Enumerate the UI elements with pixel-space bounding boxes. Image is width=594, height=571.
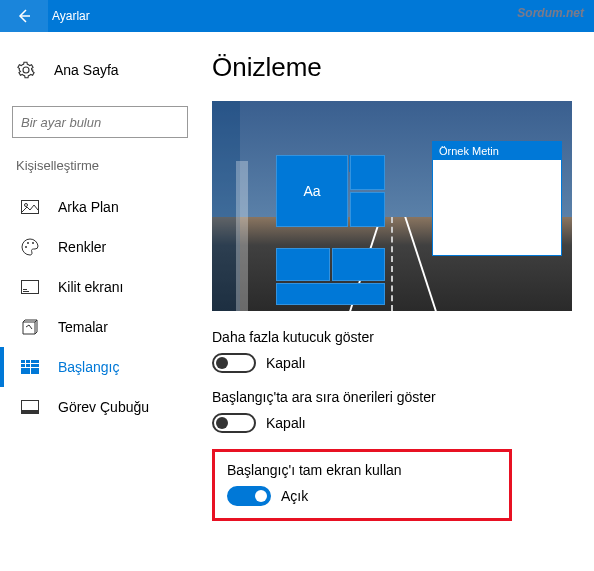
preview-box: Aa Örnek Metin [212,101,572,311]
sidebar: Ana Sayfa Kişiselleştirme Arka Plan Renk… [0,32,200,571]
setting-suggestions: Başlangıç'ta ara sıra önerileri göster K… [212,389,570,433]
window-title: Ayarlar [52,9,90,23]
search-input[interactable] [21,115,190,130]
lockscreen-icon [20,277,40,297]
svg-rect-19 [22,410,39,414]
svg-rect-8 [23,289,27,290]
search-box[interactable] [12,106,188,138]
home-link[interactable]: Ana Sayfa [0,52,200,88]
watermark: Sordum.net [517,6,584,20]
setting-more-tiles: Daha fazla kutucuk göster Kapalı [212,329,570,373]
toggle-state: Kapalı [266,415,306,431]
sidebar-item-label: Başlangıç [58,359,119,375]
svg-rect-11 [26,360,30,363]
preview-tiles: Aa [276,155,376,305]
svg-rect-14 [26,364,30,367]
toggle-state: Kapalı [266,355,306,371]
sidebar-item-label: Görev Çubuğu [58,399,149,415]
sidebar-item-themes[interactable]: Temalar [0,307,200,347]
themes-icon [20,317,40,337]
home-label: Ana Sayfa [54,62,119,78]
preview-tile-big: Aa [276,155,348,227]
sidebar-item-colors[interactable]: Renkler [0,227,200,267]
main-content: Önizleme Aa Örnek Metin Daha fazla k [200,32,594,571]
sidebar-item-taskbar[interactable]: Görev Çubuğu [0,387,200,427]
toggle-state: Açık [281,488,308,504]
svg-point-4 [25,246,27,248]
setting-fullscreen-start: Başlangıç'ı tam ekran kullan Açık [227,462,497,506]
svg-rect-9 [23,291,29,292]
category-header: Kişiselleştirme [0,158,200,187]
start-icon [20,357,40,377]
toggle-suggestions[interactable] [212,413,256,433]
svg-point-3 [25,204,28,207]
sidebar-item-lockscreen[interactable]: Kilit ekranı [0,267,200,307]
toggle-fullscreen-start[interactable] [227,486,271,506]
highlighted-setting: Başlangıç'ı tam ekran kullan Açık [212,449,512,521]
svg-rect-13 [21,364,25,367]
palette-icon [20,237,40,257]
sample-window-title: Örnek Metin [433,142,561,160]
page-title: Önizleme [212,52,570,83]
sidebar-item-background[interactable]: Arka Plan [0,187,200,227]
svg-point-6 [32,242,34,244]
svg-rect-16 [21,368,30,374]
gear-icon [16,60,36,80]
setting-label: Başlangıç'ı tam ekran kullan [227,462,497,478]
svg-rect-17 [31,368,39,374]
svg-rect-12 [31,360,39,363]
sidebar-item-label: Renkler [58,239,106,255]
sidebar-item-label: Arka Plan [58,199,119,215]
svg-rect-15 [31,364,39,367]
svg-point-5 [27,242,29,244]
setting-label: Başlangıç'ta ara sıra önerileri göster [212,389,570,405]
picture-icon [20,197,40,217]
sidebar-item-start[interactable]: Başlangıç [0,347,200,387]
sidebar-item-label: Temalar [58,319,108,335]
toggle-more-tiles[interactable] [212,353,256,373]
taskbar-icon [20,397,40,417]
setting-label: Daha fazla kutucuk göster [212,329,570,345]
preview-sample-window: Örnek Metin [432,141,562,256]
sidebar-item-label: Kilit ekranı [58,279,123,295]
back-button[interactable] [0,0,48,32]
svg-rect-10 [21,360,25,363]
back-arrow-icon [16,8,32,24]
titlebar: Ayarlar [0,0,594,32]
